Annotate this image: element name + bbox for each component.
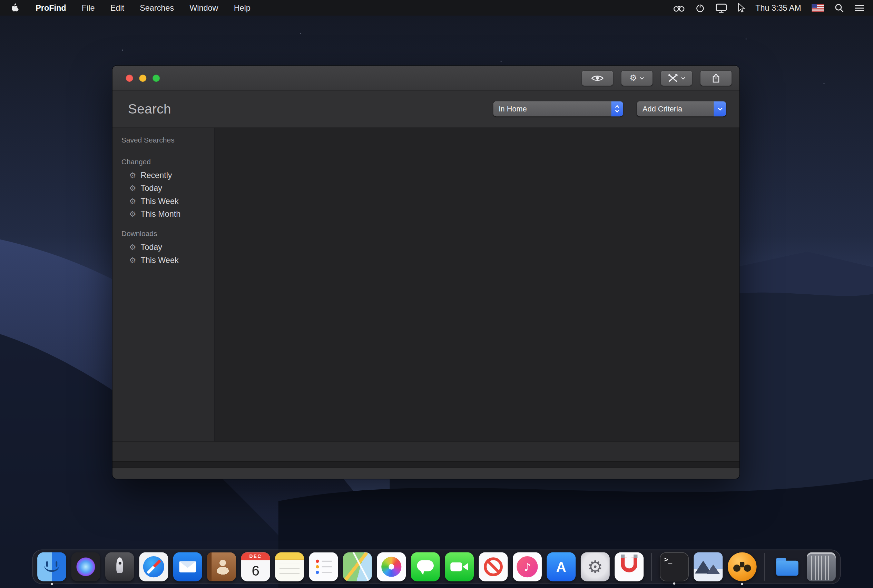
search-title: Search: [128, 101, 171, 117]
calendar-month-label: DEC: [241, 552, 270, 560]
sidebar-item-label: This Month: [141, 209, 181, 218]
calendar-day-label: 6: [252, 560, 259, 581]
menu-edit[interactable]: Edit: [110, 3, 124, 12]
dock-icon-mail[interactable]: [173, 552, 202, 582]
dock-icon-reminders[interactable]: [309, 552, 338, 582]
sidebar-title: Saved Searches: [112, 136, 214, 144]
add-criteria-label: Add Criteria: [637, 105, 714, 113]
dock-icon-calendar[interactable]: DEC 6: [241, 552, 270, 582]
scope-popup-value: in Home: [494, 105, 612, 113]
menu-window[interactable]: Window: [189, 3, 218, 12]
dock: DEC 6 ♪ A ⚙ >_: [32, 550, 841, 584]
gear-icon: ⚙: [129, 243, 136, 251]
sidebar-item-changed-today[interactable]: ⚙ Today: [112, 182, 214, 194]
chevron-down-icon: [640, 76, 644, 80]
dock-icon-finder[interactable]: [37, 552, 66, 582]
chevron-down-icon: [714, 102, 726, 117]
status-divider: [112, 461, 740, 468]
footer-bar: [112, 468, 740, 478]
dock-icon-launchpad[interactable]: [105, 552, 134, 582]
sidebar-item-downloads-this-week[interactable]: ⚙ This Week: [112, 253, 214, 266]
menu-file[interactable]: File: [82, 3, 95, 12]
spotlight-search-icon[interactable]: [835, 3, 844, 12]
dock-icon-terminal[interactable]: >_: [660, 552, 689, 582]
traffic-lights: [126, 74, 160, 81]
zoom-button[interactable]: [153, 74, 160, 81]
share-icon: [712, 73, 720, 82]
sidebar-section-downloads: Downloads: [112, 230, 214, 238]
dock-icon-maps[interactable]: [343, 552, 372, 582]
dock-icon-siri[interactable]: [71, 552, 100, 582]
desktop: ProFind File Edit Searches Window Help: [0, 0, 873, 588]
sidebar-item-changed-this-month[interactable]: ⚙ This Month: [112, 207, 214, 220]
status-bar: [112, 442, 740, 461]
menu-searches[interactable]: Searches: [140, 3, 174, 12]
dock-icon-contacts[interactable]: [207, 552, 236, 582]
menu-clock[interactable]: Thu 3:35 AM: [755, 3, 801, 12]
gear-icon: ⚙: [129, 256, 136, 264]
dock-icon-facetime[interactable]: [445, 552, 474, 582]
dock-icon-music[interactable]: ♪: [513, 552, 542, 582]
menu-app-name[interactable]: ProFind: [36, 3, 66, 12]
mouse-cursor: [738, 2, 745, 13]
dock-icon-app-store[interactable]: A: [547, 552, 576, 582]
notification-center-icon[interactable]: [855, 4, 864, 11]
profind-window: ⚙: [112, 66, 740, 478]
menu-help[interactable]: Help: [234, 3, 250, 12]
tools-menu-button[interactable]: [661, 70, 692, 86]
menu-bar: ProFind File Edit Searches Window Help: [0, 0, 873, 15]
dock-icon-notes[interactable]: [275, 552, 304, 582]
scope-popup[interactable]: in Home: [494, 102, 623, 117]
running-indicator: [741, 583, 743, 585]
tools-icon: [668, 74, 678, 82]
sidebar-item-label: This Week: [141, 196, 179, 206]
running-indicator: [51, 583, 53, 585]
close-button[interactable]: [126, 74, 133, 81]
eye-icon: [591, 74, 603, 81]
power-status-icon[interactable]: [695, 3, 705, 12]
dock-icon-safari[interactable]: [139, 552, 168, 582]
search-header: Search in Home Add Criteria: [112, 91, 740, 128]
gear-icon: ⚙: [129, 184, 136, 192]
dock-icon-downloads-folder[interactable]: [773, 552, 802, 582]
input-source-flag-icon[interactable]: [812, 4, 824, 12]
sidebar-item-changed-this-week[interactable]: ⚙ This Week: [112, 194, 214, 207]
sidebar-section-changed: Changed: [112, 158, 214, 166]
dock-icon-magnet[interactable]: [615, 552, 644, 582]
gear-icon: ⚙: [581, 552, 610, 582]
display-mirroring-icon[interactable]: [715, 3, 727, 12]
results-area[interactable]: [215, 128, 740, 441]
dock-icon-system-preferences[interactable]: ⚙: [581, 552, 610, 582]
dock-icon-trash[interactable]: [807, 552, 836, 582]
dock-separator: [651, 553, 652, 581]
sidebar-item-label: Today: [141, 243, 162, 252]
minimize-button[interactable]: [139, 74, 146, 81]
dock-icon-profind[interactable]: [728, 552, 757, 582]
gear-icon: ⚙: [129, 197, 136, 205]
dock-icon-photos[interactable]: [377, 552, 406, 582]
dock-icon-preview[interactable]: [694, 552, 723, 582]
window-titlebar[interactable]: ⚙: [112, 66, 740, 91]
sidebar-item-label: Today: [141, 184, 162, 192]
sidebar-item-label: Recently: [141, 171, 172, 180]
app-store-a-icon: A: [547, 552, 576, 582]
binoculars-status-icon[interactable]: [673, 3, 685, 12]
sidebar-item-downloads-today[interactable]: ⚙ Today: [112, 240, 214, 253]
running-indicator: [673, 582, 675, 585]
apple-menu-icon[interactable]: [11, 3, 19, 12]
preview-toggle-button[interactable]: [582, 70, 613, 86]
sidebar-item-label: This Week: [141, 255, 179, 264]
share-button[interactable]: [700, 70, 732, 86]
music-note-icon: ♪: [513, 552, 542, 582]
dock-icon-messages[interactable]: [411, 552, 440, 582]
terminal-prompt-icon: >_: [664, 556, 672, 564]
saved-searches-sidebar: Saved Searches Changed ⚙ Recently ⚙ Toda…: [112, 128, 215, 441]
sidebar-item-changed-recently[interactable]: ⚙ Recently: [112, 169, 214, 182]
chevron-down-icon: [681, 76, 685, 80]
add-criteria-popup[interactable]: Add Criteria: [637, 102, 726, 117]
gear-icon: ⚙: [630, 74, 638, 82]
dock-icon-no-entry[interactable]: [479, 552, 508, 582]
toolbar-buttons: ⚙: [582, 70, 732, 86]
actions-menu-button[interactable]: ⚙: [621, 70, 652, 86]
popup-stepper-icon: [612, 102, 623, 117]
